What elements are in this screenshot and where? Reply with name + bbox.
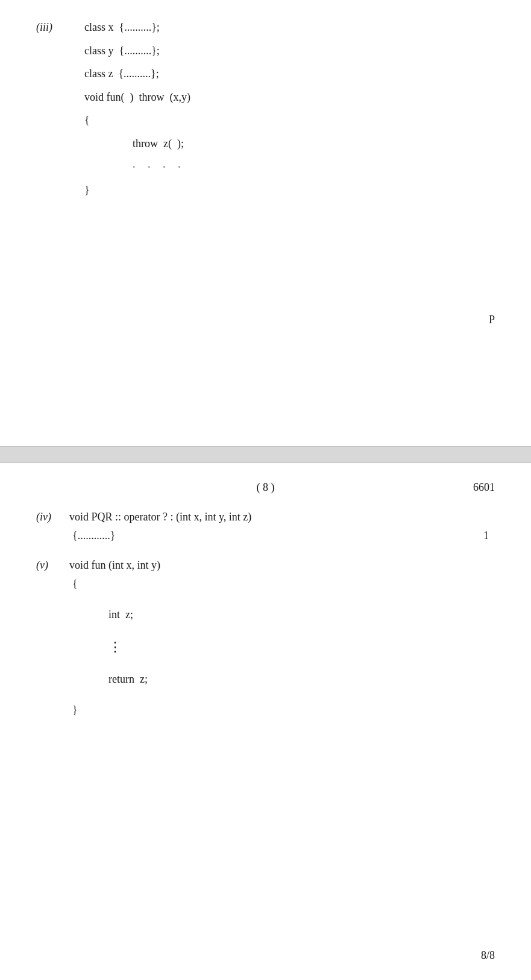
section-iv-score: 1 <box>483 530 495 542</box>
code-void-fun-throw: void fun( ) throw (x,y) <box>84 88 190 107</box>
section-v-return-z: return z; <box>108 673 495 686</box>
code-void-fun-v: void fun (int x, int y) <box>69 559 495 572</box>
page-header: ( 8 ) 6601 <box>36 481 495 494</box>
code-v-brace-open: { <box>72 578 78 590</box>
code-class-z: class z {..........}; <box>84 65 159 83</box>
section-iii-line2: class y {..........}; <box>84 42 495 60</box>
section-v-line1: (v) void fun (int x, int y) <box>36 559 495 572</box>
section-iii: (iii) class x {..........}; class y {...… <box>36 18 495 200</box>
section-iii-brace-close: } <box>84 181 495 200</box>
page-bottom: ( 8 ) 6601 (iv) void PQR :: operator ? :… <box>0 463 531 980</box>
label-iii: (iii) <box>36 18 84 37</box>
page-top: (iii) class x {..........}; class y {...… <box>0 0 531 446</box>
code-return-z: return z; <box>108 673 148 685</box>
section-iv-line1: (iv) void PQR :: operator ? : (int x, in… <box>36 511 495 523</box>
page-code: 6601 <box>473 481 495 494</box>
code-void-pqr: void PQR :: operator ? : (int x, int y, … <box>69 511 495 523</box>
section-v-brace-open: { <box>72 578 495 590</box>
code-dots: · · · · <box>133 158 186 177</box>
p-marker: P <box>489 314 495 326</box>
page-number: ( 8 ) <box>257 481 275 494</box>
code-class-x: class x {..........}; <box>84 18 160 37</box>
section-iii-brace-open: { <box>84 111 495 130</box>
page-divider <box>0 446 531 463</box>
code-brace-close: } <box>84 181 90 200</box>
code-int-z: int z; <box>108 609 133 621</box>
code-v-brace-close: } <box>72 704 78 716</box>
code-class-y: class y {..........}; <box>84 42 160 60</box>
section-iii-throw: throw z( ); <box>133 134 495 153</box>
section-v-brace-close: } <box>72 704 495 716</box>
label-iv: (iv) <box>36 511 69 523</box>
section-v-int-z: int z; <box>108 609 495 621</box>
code-iv-brace-content: {............} <box>72 530 483 542</box>
section-iii-line4: void fun( ) throw (x,y) <box>84 88 495 107</box>
label-v: (v) <box>36 559 69 572</box>
section-iii-line1: (iii) class x {..........}; <box>36 18 495 37</box>
section-iv: (iv) void PQR :: operator ? : (int x, in… <box>36 511 495 542</box>
page-fraction: 8/8 <box>481 949 495 962</box>
section-v-vdots: ⋮ ı <box>108 639 495 655</box>
code-throw-z: throw z( ); <box>133 134 184 153</box>
code-vdots: ⋮ <box>108 639 122 654</box>
section-iv-line2-row: {............} 1 <box>72 530 495 542</box>
section-iii-dots: · · · · <box>133 158 495 177</box>
section-v: (v) void fun (int x, int y) { int z; ⋮ ı… <box>36 559 495 716</box>
code-brace-open: { <box>84 111 90 130</box>
section-iii-line3: class z {..........}; <box>84 65 495 83</box>
